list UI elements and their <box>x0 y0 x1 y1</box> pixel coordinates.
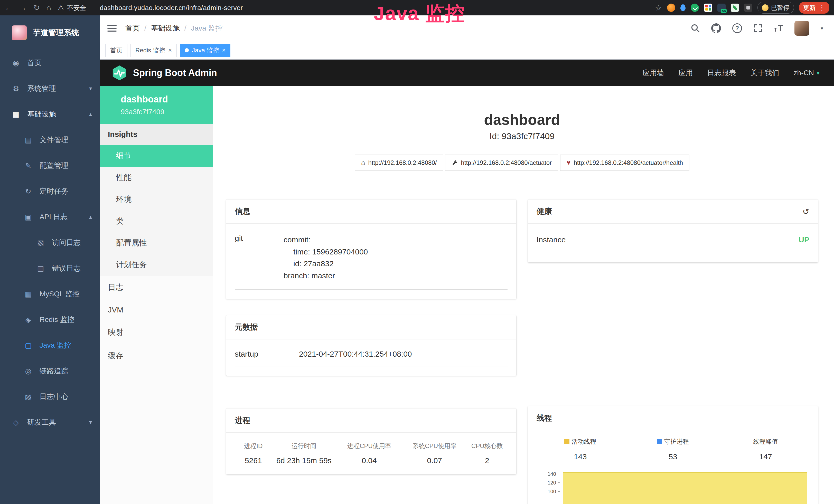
sba-nav-journal[interactable]: 日志报表 <box>707 68 736 78</box>
forward-icon[interactable]: → <box>19 4 27 12</box>
actuator-url-link[interactable]: http://192.168.0.2:48080/actuator <box>445 155 558 171</box>
chevron-up-icon: ▴ <box>89 214 92 220</box>
threads-card-title: 线程 <box>536 413 552 423</box>
chevron-up-icon: ▴ <box>89 111 92 118</box>
sidebar-item-java-monitor[interactable]: ▢ Java 监控 <box>0 333 100 358</box>
sidebar-item-api-logs[interactable]: ▣ API 日志 ▴ <box>0 204 100 230</box>
close-icon[interactable]: × <box>168 47 172 54</box>
fullscreen-icon[interactable] <box>753 24 763 33</box>
sidebar-item-link-tracing[interactable]: ◎ 链路追踪 <box>0 358 100 384</box>
extension-leaf-icon[interactable] <box>731 4 739 12</box>
sidebar-item-system-management[interactable]: ⚙ 系统管理 ▾ <box>0 76 100 101</box>
avatar-caret-icon[interactable]: ▾ <box>821 25 823 31</box>
heart-icon: ♥ <box>567 159 570 167</box>
sba-item-logs[interactable]: 日志 <box>100 276 213 299</box>
threads-chart: 140 120 100 <box>542 470 808 504</box>
health-url-link[interactable]: ♥ http://192.168.0.2:48080/actuator/heal… <box>560 155 689 171</box>
sidebar-item-dev-tools[interactable]: ◇ 研发工具 ▾ <box>0 410 100 435</box>
extension-grid-icon[interactable] <box>704 4 712 12</box>
extension-green-check-icon[interactable] <box>691 4 699 12</box>
bookmark-star-icon[interactable]: ☆ <box>655 3 662 12</box>
sba-item-config-props[interactable]: 配置属性 <box>100 232 213 254</box>
sba-item-performance[interactable]: 性能 <box>100 167 213 188</box>
sidebar-item-label: 日志中心 <box>40 392 68 402</box>
process-table-values: 5261 6d 23h 15m 59s 0.04 0.07 2 <box>235 456 507 465</box>
site-security-chip[interactable]: ⚠ 不安全 <box>58 4 86 12</box>
dashboard-icon: ◉ <box>11 59 21 67</box>
history-icon[interactable]: ↺ <box>803 207 809 216</box>
chevron-down-icon: ▾ <box>89 85 92 92</box>
home-icon[interactable]: ⌂ <box>46 4 51 12</box>
instance-id: 93a3fc7f7409 <box>121 108 208 116</box>
sba-sidebar: dashboard 93a3fc7f7409 Insights 细节 性能 环境… <box>100 86 213 504</box>
hamburger-icon[interactable] <box>107 25 117 31</box>
help-icon[interactable]: ? <box>732 23 742 33</box>
instance-header[interactable]: dashboard 93a3fc7f7409 <box>100 86 213 124</box>
sba-nav-applications[interactable]: 应用 <box>679 68 693 78</box>
tab-label: Redis 监控 <box>135 46 165 54</box>
sba-nav-about[interactable]: 关于我们 <box>750 68 779 78</box>
sidebar-item-file-management[interactable]: ▤ 文件管理 <box>0 127 100 153</box>
app-logo[interactable]: 芋道管理系统 <box>0 16 100 50</box>
font-size-icon[interactable]: T T <box>774 23 783 33</box>
sba-item-environment[interactable]: 环境 <box>100 188 213 210</box>
extension-on-badge-icon[interactable]: on <box>717 4 726 12</box>
chevron-down-icon: ▾ <box>89 419 92 426</box>
sidebar-item-log-center[interactable]: ▨ 日志中心 <box>0 384 100 410</box>
github-icon[interactable] <box>711 23 721 33</box>
extension-puzzle-icon[interactable] <box>744 4 752 12</box>
sba-brand[interactable]: Spring Boot Admin <box>133 68 217 78</box>
warning-icon: ⚠ <box>58 4 64 12</box>
link-text: http://192.168.0.2:48080/actuator <box>461 159 552 166</box>
sba-section-insights[interactable]: Insights <box>100 124 213 145</box>
sidebar-item-scheduled-tasks[interactable]: ↻ 定时任务 <box>0 179 100 204</box>
reload-icon[interactable]: ↻ <box>34 4 40 12</box>
sba-item-classes[interactable]: 类 <box>100 210 213 232</box>
extension-drop-icon[interactable] <box>680 4 685 11</box>
health-status-badge: UP <box>798 235 809 244</box>
tab-home[interactable]: 首页 <box>105 44 127 57</box>
kebab-menu-icon[interactable]: ⋮ <box>818 4 825 12</box>
back-icon[interactable]: ← <box>5 4 12 12</box>
font-small-glyph: T <box>774 26 777 33</box>
monitor-icon: ▢ <box>24 341 33 350</box>
paused-badge[interactable]: 已暂停 <box>758 2 794 14</box>
breadcrumb-home[interactable]: 首页 <box>125 23 140 33</box>
close-icon[interactable]: × <box>222 47 225 54</box>
address-bar[interactable]: dashboard.yudao.iocoder.cn/infra/admin-s… <box>100 4 243 12</box>
instance-url-link[interactable]: ⌂ http://192.168.0.2:48080/ <box>355 155 443 171</box>
sba-nav-wall[interactable]: 应用墙 <box>643 68 664 78</box>
col-uptime: 运行时间 <box>272 442 336 450</box>
sidebar-item-mysql-monitor[interactable]: ▦ MySQL 监控 <box>0 281 100 307</box>
sidebar-item-config-management[interactable]: ✎ 配置管理 <box>0 153 100 179</box>
breadcrumb-infrastructure[interactable]: 基础设施 <box>151 23 180 33</box>
ytick-120: 120 <box>548 480 556 486</box>
tab-java-monitor[interactable]: Java 监控 × <box>180 44 231 57</box>
redis-icon: ◈ <box>24 316 33 324</box>
tab-redis-monitor[interactable]: Redis 监控 × <box>130 44 177 57</box>
sidebar-item-home[interactable]: ◉ 首页 <box>0 50 100 76</box>
col-system-cpu: 系统CPU使用率 <box>402 442 466 450</box>
startup-value: 2021-04-27T00:44:31.254+08:00 <box>299 350 412 359</box>
sidebar-item-redis-monitor[interactable]: ◈ Redis 监控 <box>0 307 100 333</box>
sidebar-item-infrastructure[interactable]: ▦ 基础设施 ▴ <box>0 101 100 127</box>
sidebar-item-label: Redis 监控 <box>40 315 74 324</box>
error-log-icon: ▥ <box>36 264 45 273</box>
ytick-140: 140 <box>548 471 556 477</box>
info-card-title: 信息 <box>235 206 250 217</box>
sba-item-caches[interactable]: 缓存 <box>100 344 213 367</box>
search-icon[interactable] <box>691 24 700 33</box>
chrome-update-button[interactable]: 更新 ⋮ <box>799 2 829 14</box>
sba-item-details[interactable]: 细节 <box>100 145 213 167</box>
sba-item-jvm[interactable]: JVM <box>100 299 213 321</box>
sidebar-item-error-logs[interactable]: ▥ 错误日志 <box>0 255 100 281</box>
git-commit-line: commit: <box>284 234 368 246</box>
instance-health-row[interactable]: Instance UP <box>536 233 809 253</box>
sba-item-scheduled-tasks[interactable]: 计划任务 <box>100 254 213 276</box>
extension-fox-icon[interactable] <box>667 4 675 12</box>
sba-item-mappings[interactable]: 映射 <box>100 321 213 344</box>
sidebar-item-access-logs[interactable]: ▧ 访问日志 <box>0 230 100 255</box>
user-avatar[interactable] <box>794 21 809 36</box>
sba-content: dashboard Id: 93a3fc7f7409 ⌂ http://192.… <box>213 86 834 504</box>
language-selector[interactable]: zh-CN ▾ <box>794 69 820 77</box>
